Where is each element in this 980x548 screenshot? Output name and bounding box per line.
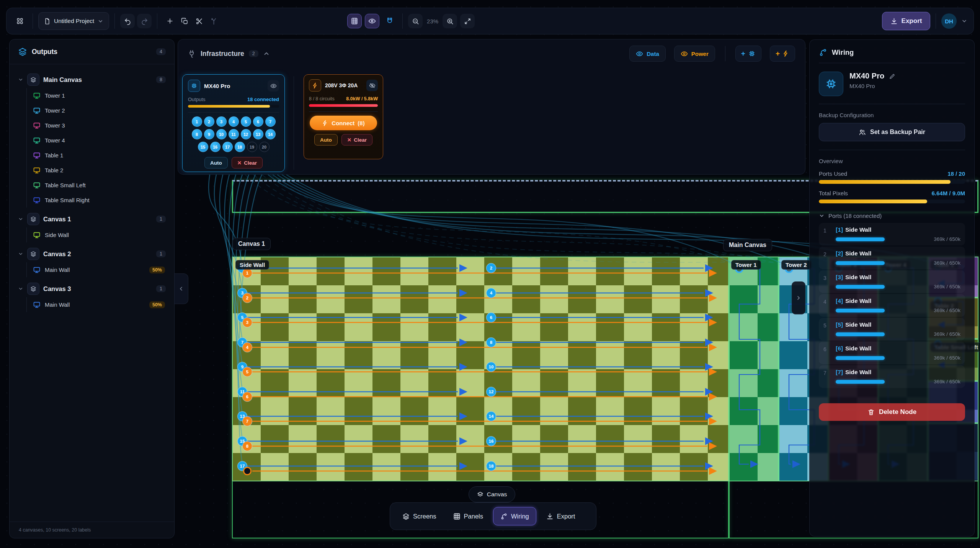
apps-menu-button[interactable] [13, 14, 27, 28]
user-avatar[interactable]: DH [941, 13, 957, 29]
panel-expand-handle[interactable] [792, 281, 805, 314]
node-port-3[interactable]: 3 [216, 116, 227, 127]
undo-button[interactable] [120, 14, 135, 28]
port-row-1[interactable]: 1[1]Side Wall369k / 650k [819, 223, 965, 245]
delete-node-button[interactable]: Delete Node [819, 403, 965, 421]
power-visibility-toggle[interactable]: Power [674, 46, 715, 62]
node-visibility-button[interactable] [268, 80, 279, 92]
power-clear-button[interactable]: ✕ Clear [341, 134, 372, 146]
sidebar-item-side-wall[interactable]: Side Wall [29, 227, 169, 242]
group-label: Canvas 3 [43, 285, 152, 293]
add-node-button[interactable]: + [735, 46, 761, 62]
port-row-3[interactable]: 3[3]Side Wall369k / 650k [819, 270, 965, 293]
zoom-out-button[interactable] [408, 14, 423, 28]
fit-view-button[interactable] [460, 14, 475, 28]
port-usage-text: 369k / 650k [934, 260, 960, 266]
add-power-button[interactable]: + [770, 46, 795, 62]
duplicate-button[interactable] [177, 14, 192, 28]
sidebar-collapse-handle[interactable] [174, 273, 188, 304]
port-row-5[interactable]: 5[5]Side Wall369k / 650k [819, 318, 965, 340]
connect-button[interactable]: Connect (8) [310, 116, 377, 130]
node-port-13[interactable]: 13 [253, 129, 263, 139]
node-card-mx40[interactable]: MX40 Pro Outputs 18 connected 1234567891… [182, 74, 285, 172]
set-backup-pair-button[interactable]: Set as Backup Pair [819, 123, 965, 141]
export-tab[interactable]: Export [539, 507, 582, 525]
node-port-8[interactable]: 8 [192, 129, 202, 139]
node-port-7[interactable]: 7 [265, 116, 276, 127]
cut-button[interactable] [192, 14, 206, 28]
sidebar-group-canvas-3[interactable]: Canvas 31 [15, 280, 169, 297]
monitor-icon [33, 152, 41, 159]
divider [725, 46, 725, 61]
export-button[interactable]: Export [882, 12, 930, 30]
main-canvas-label[interactable]: Main Canvas [723, 239, 772, 251]
node-port-11[interactable]: 11 [229, 129, 239, 139]
canvas-mode-pill[interactable]: Canvas [469, 486, 515, 502]
sidebar-item-tower-2[interactable]: Tower 2 [29, 103, 169, 118]
node-port-1[interactable]: 1 [192, 116, 202, 127]
project-name-dropdown[interactable]: Untitled Project [38, 12, 109, 30]
node-port-12[interactable]: 12 [241, 129, 251, 139]
sidebar-item-table-2[interactable]: Table 2 [29, 163, 169, 178]
backup-section-label: Backup Configuration [819, 112, 965, 118]
sidebar-item-table-1[interactable]: Table 1 [29, 148, 169, 163]
snap-magnet-button[interactable] [382, 14, 397, 28]
tower2-label[interactable]: Tower 2 [781, 260, 811, 270]
node-port-19[interactable]: 19 [247, 142, 257, 152]
power-toggle-label: Power [691, 51, 709, 57]
sidebar-group-canvas-2[interactable]: Canvas 21 [15, 245, 169, 262]
screens-tab[interactable]: Screens [395, 507, 443, 525]
node-clear-button[interactable]: ✕ Clear [232, 157, 263, 168]
port-screen-name: Side Wall [845, 274, 871, 280]
panels-tab[interactable]: Panels [446, 507, 490, 525]
node-port-5[interactable]: 5 [241, 116, 251, 127]
merge-button[interactable] [206, 14, 221, 28]
port-row-6[interactable]: 6[6]Side Wall369k / 650k [819, 342, 965, 364]
node-port-2[interactable]: 2 [204, 116, 214, 127]
sidebar-item-table-small-left[interactable]: Table Small Left [29, 178, 169, 193]
chevron-down-icon[interactable] [961, 18, 967, 24]
port-row-4[interactable]: 4[4]Side Wall369k / 650k [819, 294, 965, 317]
port-usage-text: 369k / 650k [934, 355, 960, 361]
data-visibility-toggle[interactable]: Data [629, 46, 666, 62]
node-port-6[interactable]: 6 [253, 116, 263, 127]
node-port-18[interactable]: 18 [235, 142, 245, 152]
node-auto-button[interactable]: Auto [204, 157, 228, 168]
node-port-15[interactable]: 15 [198, 142, 208, 152]
sidebar-item-tower-1[interactable]: Tower 1 [29, 88, 169, 103]
node-port-9[interactable]: 9 [204, 129, 214, 139]
node-port-20[interactable]: 20 [259, 142, 270, 152]
sidebar-item-main-wall[interactable]: Main Wall50% [29, 262, 169, 277]
wiring-tab[interactable]: Wiring [493, 507, 536, 525]
collapse-chevron-up-icon[interactable] [263, 50, 270, 57]
redo-button[interactable] [137, 14, 152, 28]
sidebar-group-canvas-1[interactable]: Canvas 11 [15, 211, 169, 227]
screen-tower-1[interactable] [729, 257, 779, 481]
port-row-2[interactable]: 2[2]Side Wall369k / 650k [819, 247, 965, 269]
ports-list-header[interactable]: Ports (18 connected) [819, 213, 965, 219]
add-button[interactable] [163, 14, 177, 28]
tower1-label[interactable]: Tower 1 [731, 260, 761, 270]
node-port-14[interactable]: 14 [265, 129, 276, 139]
sidebar-item-table-small-right[interactable]: Table Small Right [29, 193, 169, 208]
power-auto-button[interactable]: Auto [314, 134, 338, 146]
power-card-208v[interactable]: 208V 3Φ 20A 8 / 8 circuits 8.0kW / 5.8kW… [304, 74, 383, 159]
pencil-edit-icon[interactable] [889, 73, 896, 80]
sidebar-group-main-canvas[interactable]: Main Canvas8 [15, 71, 169, 88]
sidebar-item-main-wall[interactable]: Main Wall50% [29, 297, 169, 312]
node-port-17[interactable]: 17 [222, 142, 233, 152]
sidebar-item-tower-3[interactable]: Tower 3 [29, 118, 169, 133]
visibility-toggle-button[interactable] [365, 14, 379, 28]
grid-toggle-button[interactable] [347, 14, 362, 28]
node-port-10[interactable]: 10 [216, 129, 227, 139]
screen-side-wall[interactable] [232, 257, 729, 481]
plug-icon [188, 50, 196, 58]
zoom-in-button[interactable] [443, 14, 457, 28]
port-row-7[interactable]: 7[7]Side Wall369k / 650k [819, 365, 965, 388]
node-port-16[interactable]: 16 [210, 142, 220, 152]
node-port-4[interactable]: 4 [229, 116, 239, 127]
sidebar-item-tower-4[interactable]: Tower 4 [29, 133, 169, 148]
side-wall-label[interactable]: Side Wall [235, 260, 269, 270]
power-visibility-button[interactable] [366, 80, 378, 91]
canvas1-label[interactable]: Canvas 1 [232, 238, 271, 250]
